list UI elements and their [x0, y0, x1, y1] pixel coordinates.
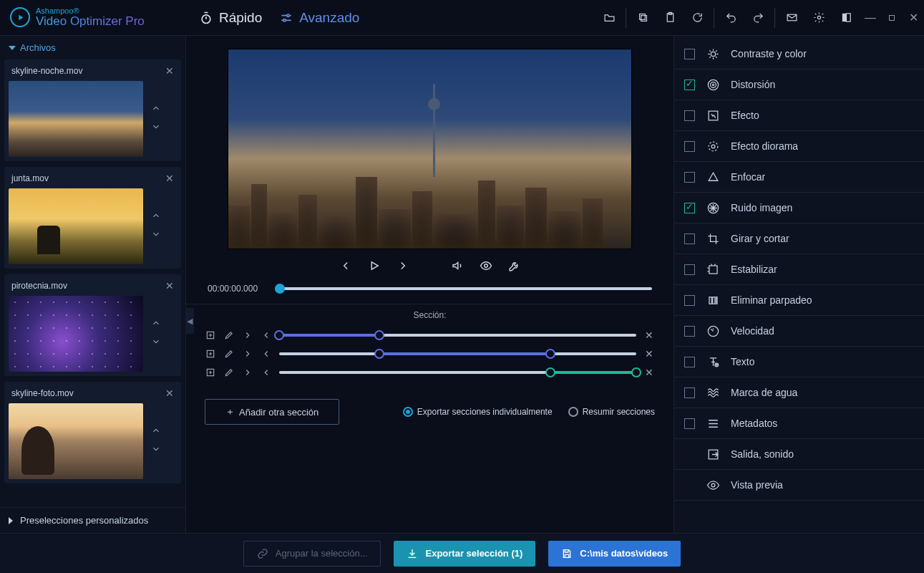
section-edit-icon[interactable] — [223, 348, 235, 360]
move-up-icon[interactable] — [151, 211, 161, 223]
file-card[interactable]: skyline-noche.mov ✕ — [4, 59, 181, 161]
move-up-icon[interactable] — [151, 425, 161, 438]
move-up-icon[interactable] — [151, 318, 161, 331]
move-down-icon[interactable] — [151, 229, 161, 242]
effect-checkbox[interactable] — [684, 326, 695, 337]
effect-contrast[interactable]: Contraste y color — [674, 39, 924, 69]
effect-checkbox[interactable] — [684, 49, 695, 59]
preview-eye-icon[interactable] — [480, 259, 492, 275]
effect-checkbox[interactable] — [684, 418, 695, 429]
effect-flicker[interactable]: Eliminar parpadeo — [674, 285, 924, 316]
move-up-icon[interactable] — [151, 103, 161, 116]
effect-effect[interactable]: Efecto — [674, 100, 924, 131]
prev-frame-icon[interactable] — [339, 259, 352, 275]
section-track[interactable] — [279, 371, 636, 374]
section-prev-icon[interactable] — [261, 329, 272, 341]
section-remove-icon[interactable]: ✕ — [643, 348, 655, 360]
effect-checkbox[interactable] — [684, 110, 695, 121]
section-track[interactable] — [279, 334, 636, 337]
section-track[interactable] — [279, 352, 636, 355]
collapse-left-icon[interactable]: ◀ — [185, 308, 194, 334]
file-card[interactable]: pirotecnia.mov ✕ — [4, 274, 181, 376]
effect-metadata[interactable]: Metadatos — [674, 408, 924, 439]
redo-icon[interactable] — [744, 0, 772, 36]
effect-checkbox[interactable] — [684, 203, 695, 213]
export-individually-radio[interactable]: Exportar secciones individualmente — [403, 407, 553, 417]
remove-file-icon[interactable]: ✕ — [165, 173, 174, 184]
section-next-icon[interactable] — [242, 367, 253, 378]
file-thumbnail[interactable] — [9, 403, 143, 479]
section-add-icon[interactable] — [205, 348, 216, 360]
mode-quick-tab[interactable]: Rápido — [199, 10, 262, 26]
mode-advanced-tab[interactable]: Avanzado — [279, 10, 359, 26]
remove-file-icon[interactable]: ✕ — [165, 280, 174, 292]
section-add-icon[interactable] — [205, 329, 216, 341]
effect-checkbox[interactable] — [684, 357, 695, 367]
undo-icon[interactable] — [717, 0, 744, 36]
file-thumbnail[interactable] — [9, 81, 143, 157]
effect-checkbox[interactable] — [684, 172, 695, 183]
section-prev-icon[interactable] — [261, 348, 272, 360]
video-preview[interactable] — [228, 49, 632, 249]
export-summary-radio[interactable]: Resumir secciones — [568, 407, 655, 417]
paste-icon[interactable] — [656, 0, 684, 36]
diorama-icon — [705, 138, 721, 154]
presets-header[interactable]: Preselecciones personalizados — [0, 507, 185, 533]
effect-watermark[interactable]: Marca de agua — [674, 377, 924, 408]
effect-speed[interactable]: Velocidad — [674, 316, 924, 347]
section-add-icon[interactable] — [205, 367, 216, 378]
minimize-button[interactable]: — — [860, 0, 881, 36]
tools-icon[interactable] — [508, 259, 521, 275]
move-down-icon[interactable] — [151, 122, 161, 135]
file-card[interactable]: skyline-foto.mov ✕ — [4, 382, 181, 483]
settings-icon[interactable] — [805, 0, 832, 36]
effect-stabilize[interactable]: Estabilizar — [674, 254, 924, 285]
effect-focus[interactable]: Enfocar — [674, 162, 924, 193]
folder-open-icon[interactable] — [595, 0, 623, 36]
close-button[interactable]: ✕ — [903, 0, 924, 36]
effect-distortion[interactable]: Distorsión — [674, 69, 924, 100]
section-remove-icon[interactable]: ✕ — [643, 367, 655, 378]
remove-file-icon[interactable]: ✕ — [165, 387, 174, 399]
section-prev-icon[interactable] — [261, 367, 272, 378]
output-path-button[interactable]: C:\mis datos\vídeos — [548, 541, 681, 567]
volume-icon[interactable] — [451, 259, 464, 275]
effect-checkbox[interactable] — [684, 264, 695, 275]
effect-checkbox[interactable] — [684, 295, 695, 306]
effect-diorama[interactable]: Efecto diorama — [674, 131, 924, 162]
effect-crop[interactable]: Girar y cortar — [674, 223, 924, 254]
mail-icon[interactable] — [778, 0, 805, 36]
group-selection-button[interactable]: Agrupar la selección... — [243, 541, 381, 567]
file-card[interactable]: junta.mov ✕ — [4, 167, 181, 269]
file-thumbnail[interactable] — [9, 296, 143, 372]
refresh-icon[interactable] — [684, 0, 711, 36]
effect-label: Salida, sonido — [731, 448, 794, 460]
files-header[interactable]: Archivos — [0, 36, 185, 59]
effect-output[interactable]: Salida, sonido — [674, 439, 924, 470]
section-edit-icon[interactable] — [223, 329, 235, 341]
export-selection-button[interactable]: Exportar selección (1) — [394, 541, 535, 567]
move-down-icon[interactable] — [151, 444, 161, 457]
maximize-button[interactable] — [881, 0, 903, 36]
theme-icon[interactable] — [832, 0, 860, 36]
section-next-icon[interactable] — [242, 348, 253, 360]
effect-preview[interactable]: Vista previa — [674, 470, 924, 501]
next-frame-icon[interactable] — [397, 259, 409, 275]
effect-checkbox[interactable] — [684, 387, 695, 398]
copy-icon[interactable] — [629, 0, 656, 36]
effect-denoise[interactable]: Ruido imagen — [674, 193, 924, 223]
remove-file-icon[interactable]: ✕ — [165, 65, 174, 77]
effect-checkbox[interactable] — [684, 233, 695, 244]
play-icon[interactable] — [368, 259, 381, 275]
timeline-track[interactable] — [275, 287, 652, 290]
move-down-icon[interactable] — [151, 337, 161, 350]
file-thumbnail[interactable] — [9, 188, 143, 264]
effect-text[interactable]: Texto — [674, 347, 924, 377]
section-remove-icon[interactable]: ✕ — [643, 329, 655, 341]
section-next-icon[interactable] — [242, 329, 253, 341]
effect-label: Contraste y color — [731, 48, 807, 59]
effect-checkbox[interactable] — [684, 141, 695, 152]
add-section-button[interactable]: ＋ Añadir otra sección — [205, 399, 339, 425]
section-edit-icon[interactable] — [223, 367, 235, 378]
effect-checkbox[interactable] — [684, 80, 695, 90]
